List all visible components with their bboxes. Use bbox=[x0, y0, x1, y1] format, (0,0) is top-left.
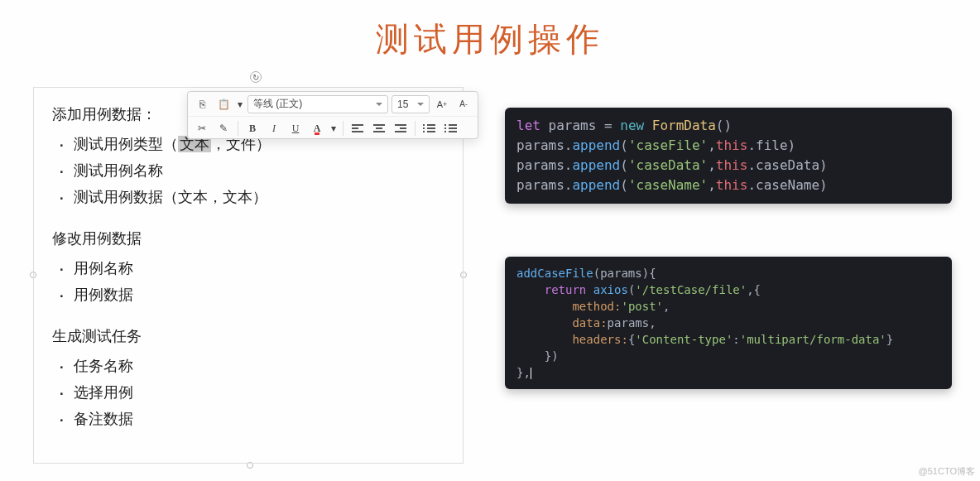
code-token: , bbox=[708, 137, 716, 153]
section-heading-task: 生成测试任务 bbox=[52, 326, 444, 346]
code-token: params. bbox=[516, 137, 572, 153]
code-token: axios bbox=[593, 283, 628, 296]
font-color-button[interactable]: A bbox=[308, 119, 326, 137]
list-item[interactable]: 备注数据 bbox=[55, 406, 444, 432]
text-content-box[interactable]: 添加用例数据： 测试用例类型（文本，文件） 测试用例名称 测试用例数据（文本，文… bbox=[33, 87, 464, 464]
code-token: .caseData) bbox=[747, 157, 827, 173]
code-token: 'caseData' bbox=[628, 157, 708, 173]
code-token: , bbox=[708, 177, 716, 193]
code-token: ( bbox=[620, 137, 628, 153]
numbered-list-button[interactable] bbox=[442, 119, 460, 137]
increase-font-icon[interactable]: A+ bbox=[433, 95, 451, 113]
bold-button[interactable]: B bbox=[243, 119, 262, 137]
code-token: (params){ bbox=[593, 267, 656, 280]
list-item[interactable]: 测试用例数据（文本，文本） bbox=[55, 184, 444, 210]
section-list-edit: 用例名称 用例数据 bbox=[52, 255, 444, 308]
code-token: data: bbox=[572, 316, 607, 329]
text-cursor-icon bbox=[531, 368, 531, 379]
font-color-dropdown-icon[interactable]: ▾ bbox=[329, 119, 338, 137]
code-token: this bbox=[716, 137, 748, 153]
mini-format-toolbar[interactable]: ⎘ 📋 ▾ 等线 (正文) 15 A+ A- ✂ ✎ B I U A ▾ bbox=[187, 91, 478, 139]
list-item-text: 测试用例类型（ bbox=[74, 136, 178, 152]
clipboard-icon[interactable]: 📋 bbox=[214, 95, 233, 113]
slide-canvas: 测试用例操作 ↻ 添加用例数据： 测试用例类型（文本，文件） 测试用例名称 测试… bbox=[0, 0, 980, 481]
code-block-addcasefile: addCaseFile(params){ return axios('/test… bbox=[505, 257, 952, 389]
dropdown-arrow-icon[interactable]: ▾ bbox=[236, 95, 244, 113]
code-token: }, bbox=[516, 366, 531, 379]
code-token: this bbox=[716, 177, 748, 193]
code-token: } bbox=[886, 333, 893, 346]
section-list-add: 测试用例类型（文本，文件） 测试用例名称 测试用例数据（文本，文本） bbox=[52, 131, 444, 210]
rotate-handle-icon[interactable]: ↻ bbox=[250, 71, 262, 83]
format-painter-icon[interactable]: ✎ bbox=[214, 119, 233, 137]
code-token: 'caseName' bbox=[628, 177, 708, 193]
section-heading-edit: 修改用例数据 bbox=[52, 228, 444, 248]
copy-icon[interactable]: ⎘ bbox=[193, 95, 211, 113]
code-token: 'post' bbox=[621, 300, 663, 313]
list-item[interactable]: 用例数据 bbox=[55, 281, 444, 308]
list-item[interactable]: 任务名称 bbox=[55, 353, 444, 379]
decrease-font-icon[interactable]: A- bbox=[454, 95, 473, 113]
font-family-select[interactable]: 等线 (正文) bbox=[247, 95, 388, 113]
code-token: return bbox=[545, 283, 587, 296]
code-token: let bbox=[516, 118, 540, 133]
align-right-button[interactable] bbox=[392, 119, 410, 137]
code-token: ( bbox=[620, 157, 628, 173]
section-list-task: 任务名称 选择用例 备注数据 bbox=[52, 353, 444, 432]
italic-button[interactable]: I bbox=[265, 119, 283, 137]
code-token: params. bbox=[516, 177, 572, 193]
code-token: params, bbox=[608, 316, 656, 329]
code-token: = bbox=[596, 118, 620, 133]
font-size-select[interactable]: 15 bbox=[392, 95, 430, 113]
list-item[interactable]: 测试用例名称 bbox=[55, 157, 444, 184]
font-family-value: 等线 (正文) bbox=[253, 97, 302, 111]
toolbar-row-2: ✂ ✎ B I U A ▾ bbox=[188, 116, 478, 140]
code-token: addCaseFile bbox=[516, 267, 593, 280]
align-left-button[interactable] bbox=[348, 119, 367, 137]
code-token: append bbox=[572, 157, 620, 173]
code-token: .file) bbox=[747, 137, 795, 153]
toolbar-separator bbox=[415, 121, 416, 136]
list-item[interactable]: 用例名称 bbox=[55, 255, 444, 281]
toolbar-row-1: ⎘ 📋 ▾ 等线 (正文) 15 A+ A- bbox=[188, 92, 478, 116]
code-token: 'caseFile' bbox=[628, 137, 708, 153]
slide-title: 测试用例操作 bbox=[0, 0, 980, 62]
code-token: headers: bbox=[572, 333, 627, 346]
toolbar-separator bbox=[238, 121, 238, 136]
code-token: this bbox=[716, 157, 748, 173]
underline-button[interactable]: U bbox=[286, 119, 305, 137]
code-token: params bbox=[549, 118, 597, 133]
code-token: 'Content-type' bbox=[635, 333, 733, 346]
list-item[interactable]: 选择用例 bbox=[55, 379, 444, 406]
align-center-button[interactable] bbox=[370, 119, 388, 137]
code-token: : bbox=[733, 333, 739, 346]
code-token: 'multipart/form-data' bbox=[740, 333, 886, 346]
toolbar-separator bbox=[343, 121, 343, 136]
code-token: append bbox=[572, 177, 620, 193]
code-token: params. bbox=[516, 157, 572, 173]
font-size-value: 15 bbox=[397, 99, 408, 110]
code-token: () bbox=[716, 118, 732, 133]
code-token: FormData bbox=[652, 118, 716, 133]
code-token: method: bbox=[572, 300, 621, 313]
code-token: ,{ bbox=[747, 283, 761, 296]
code-block-params: let params = new FormData() params.appen… bbox=[505, 108, 952, 204]
cut-icon[interactable]: ✂ bbox=[193, 119, 211, 137]
code-token: }) bbox=[545, 349, 559, 363]
watermark-text: @51CTO博客 bbox=[919, 465, 975, 478]
code-token: .caseName) bbox=[747, 177, 827, 193]
code-token: append bbox=[572, 137, 620, 153]
code-token: ( bbox=[620, 177, 628, 193]
code-token: , bbox=[663, 300, 670, 313]
code-token: '/testCase/file' bbox=[635, 283, 747, 296]
bullet-list-button[interactable] bbox=[420, 119, 439, 137]
code-token: , bbox=[708, 157, 716, 173]
code-token: new bbox=[620, 118, 644, 133]
